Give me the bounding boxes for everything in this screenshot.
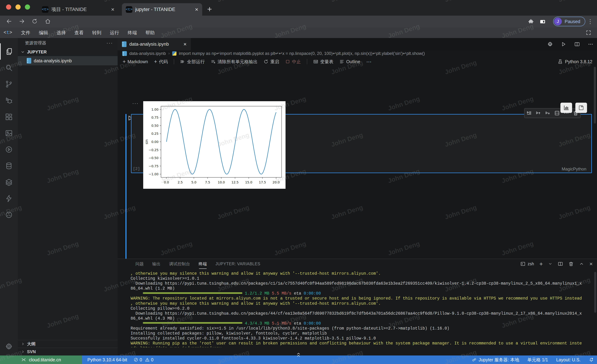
add-markdown-button[interactable]: +Markdown [123, 59, 148, 65]
menu-item[interactable]: 选择 [52, 30, 70, 35]
problems-indicator[interactable]: 0 0 [134, 357, 154, 362]
settings-gear-icon[interactable] [0, 338, 18, 355]
breadcrumb-code[interactable]: import numpy as np↵import matplotlib.pyp… [179, 51, 425, 56]
panel-tab-问题[interactable]: 问题 [135, 259, 144, 269]
browser-menu-icon[interactable]: ⋮ [587, 18, 593, 25]
close-panel-icon[interactable]: × [589, 261, 593, 267]
titanide-favicon: <t> [42, 6, 48, 13]
terminal-instance[interactable]: zsh [520, 261, 534, 266]
python-interpreter[interactable]: Python 3.10.4 64-bit [87, 357, 127, 362]
file-item-notebook[interactable]: data-analysis.ipynb [18, 56, 118, 65]
editor-more-icon[interactable] [588, 41, 593, 47]
variables-button[interactable]: 变量表 [313, 59, 333, 65]
split-cell-icon[interactable] [554, 110, 560, 116]
run-debug-icon[interactable] [0, 92, 18, 109]
close-tab-icon[interactable]: × [183, 41, 187, 47]
remote-host: cloud.titanide.cn [29, 357, 61, 362]
interrupt-button[interactable]: 中止 [285, 59, 301, 65]
editor-tab-notebook[interactable]: data-analysis.ipynb × [118, 38, 191, 50]
close-tab-icon[interactable]: × [111, 6, 114, 13]
forward-icon[interactable] [19, 18, 25, 24]
browser-tab-project[interactable]: <t> 项目 - TITANIDE × [38, 3, 118, 16]
sidebar-more-icon[interactable]: ··· [106, 40, 113, 46]
maximize-panel-icon[interactable] [579, 261, 584, 266]
close-tab-icon[interactable]: × [195, 6, 198, 13]
python-file-icon [172, 51, 176, 55]
kernel-icon [558, 59, 563, 64]
menu-item[interactable]: 查看 [70, 30, 88, 35]
extensions-puzzle-icon[interactable] [528, 19, 534, 24]
kernel-picker[interactable]: Python 3.8.12 [558, 57, 592, 67]
home-icon[interactable] [45, 18, 51, 24]
breadcrumb[interactable]: data-analysis.ipynb › import numpy as np… [118, 50, 597, 57]
new-tab-button[interactable]: + [207, 4, 212, 14]
menu-item[interactable]: 帮助 [141, 30, 159, 35]
open-plot-viewer-button[interactable] [560, 103, 572, 113]
menu-item[interactable]: 转到 [88, 30, 106, 35]
fullscreen-icon[interactable] [586, 30, 591, 36]
browser-profile-chip[interactable]: J Paused [553, 17, 585, 26]
run-all-button[interactable]: 全部运行 [180, 59, 205, 65]
split-editor-icon[interactable] [574, 41, 580, 47]
sidebar-section-svn[interactable]: SVN [18, 348, 118, 356]
run-above-icon[interactable] [535, 110, 541, 116]
restore-panel-chevrons[interactable] [293, 353, 304, 362]
layers-icon[interactable] [0, 174, 18, 190]
reload-icon[interactable] [32, 18, 38, 24]
output-collapse-icon[interactable]: ··· [132, 100, 139, 106]
side-panel-icon[interactable] [540, 19, 545, 24]
menu-item[interactable]: 运行 [106, 30, 124, 35]
preview-image-icon[interactable] [0, 125, 18, 141]
panel-tab-输出[interactable]: 输出 [152, 259, 161, 269]
keyboard-layout-indicator[interactable]: Layout: U.S. [556, 357, 581, 362]
terminal-scrollbar[interactable] [594, 272, 596, 313]
power-bolt-icon[interactable] [0, 190, 18, 207]
menu-item[interactable]: 终端 [124, 30, 141, 35]
terminal-output[interactable]: , otherwise you may silence this warning… [131, 271, 595, 347]
editor-scrollbar[interactable] [594, 67, 596, 124]
remote-indicator[interactable]: cloud.titanide.cn [0, 356, 82, 364]
close-window-button[interactable] [6, 4, 11, 10]
apps-circle-icon[interactable] [0, 207, 18, 223]
panel-tab-终端[interactable]: 终端 [198, 259, 207, 269]
sidebar-section-jupyter[interactable]: JUPYTER [18, 48, 118, 56]
add-code-button[interactable]: +代码 [154, 59, 168, 65]
svg-text:sin: sin [145, 139, 149, 144]
chevron-down-icon [21, 50, 25, 54]
terminal-line: WARNING: The repository located at mirro… [131, 296, 595, 301]
jupyter-server-indicator[interactable]: Jupyter 服务器: 本地 [472, 357, 519, 363]
run-notebook-icon[interactable] [561, 41, 566, 47]
kill-terminal-icon[interactable] [568, 261, 574, 266]
maximize-window-button[interactable] [25, 4, 30, 10]
breadcrumb-file[interactable]: data-analysis.ipynb [129, 51, 166, 56]
terminal-dropdown-icon[interactable] [548, 262, 552, 266]
chevron-right-icon: › [168, 51, 170, 56]
run-below-icon[interactable] [545, 110, 551, 116]
sidebar-section-outline[interactable]: 大纲 [18, 340, 118, 348]
source-control-icon[interactable] [0, 76, 18, 92]
clear-outputs-button[interactable]: 清除所有单元格输出 [211, 59, 258, 65]
panel-tab-JUPYTER: VARIABLES[interactable]: JUPYTER: VARIABLES [215, 260, 261, 268]
notifications-bell-icon[interactable] [589, 357, 594, 362]
cell-position-indicator[interactable]: 单元格 1/1 [527, 357, 548, 363]
save-plot-button[interactable] [575, 103, 587, 113]
new-terminal-button[interactable]: + [539, 261, 543, 267]
database-icon[interactable] [0, 158, 18, 174]
minimize-window-button[interactable] [16, 4, 21, 10]
back-icon[interactable] [6, 18, 12, 24]
run-by-line-icon[interactable] [526, 110, 532, 116]
extensions-icon[interactable] [0, 109, 18, 125]
cell-focus-bar [126, 114, 126, 274]
restart-kernel-button[interactable]: 重启 [264, 59, 279, 65]
outline-button[interactable]: Outline [339, 59, 360, 64]
menu-item[interactable]: 文件 [17, 30, 35, 35]
explorer-icon[interactable] [0, 43, 18, 60]
menu-item[interactable]: 编辑 [35, 30, 52, 35]
split-terminal-icon[interactable] [558, 261, 563, 266]
notebook-settings-gear-icon[interactable] [547, 41, 553, 47]
run-circle-icon[interactable] [0, 141, 18, 158]
toolbar-more-icon[interactable]: ⋯ [366, 59, 372, 65]
panel-tab-调试控制台[interactable]: 调试控制台 [169, 259, 190, 269]
search-icon[interactable] [0, 60, 18, 76]
browser-tab-jupyter[interactable]: <t> jupyter - TITANIDE × [122, 3, 202, 16]
